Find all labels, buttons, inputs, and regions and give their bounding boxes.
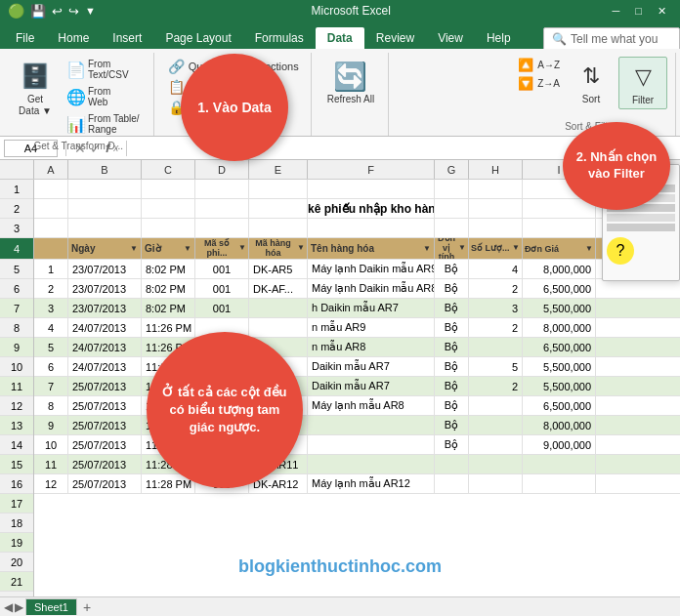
cell-ngay-10[interactable]: 24/07/2013: [68, 357, 142, 376]
cell-dongia-14[interactable]: 9,000,000: [523, 435, 596, 454]
cell-ngay-5[interactable]: 23/07/2013: [68, 260, 142, 278]
cell-dongia-16[interactable]: [523, 474, 596, 493]
row-num-1[interactable]: 1: [0, 180, 33, 199]
filter-arrow-tenhang[interactable]: ▼: [423, 244, 431, 253]
cell-F3[interactable]: [308, 219, 435, 237]
cell-tenhang-10[interactable]: Daikin mẫu AR7: [308, 357, 435, 376]
cell-soluong-14[interactable]: [469, 435, 523, 454]
cell-B2[interactable]: [68, 199, 142, 218]
cell-mahang-8[interactable]: [249, 318, 308, 337]
cell-D2[interactable]: [195, 199, 249, 218]
get-data-button[interactable]: 🗄️ GetData ▼: [12, 57, 59, 119]
row-num-14[interactable]: 14: [0, 435, 33, 455]
cell-donvi-12[interactable]: Bộ: [435, 396, 469, 415]
row-num-4[interactable]: 4: [0, 238, 33, 260]
cell-gio-7[interactable]: 8:02 PM: [142, 299, 195, 317]
cell-soluong-9[interactable]: [469, 338, 523, 356]
sheet-nav-right[interactable]: ▶: [15, 600, 23, 614]
sort-button[interactable]: ⇅ Sort: [568, 57, 615, 107]
cell-E1[interactable]: [249, 180, 308, 198]
cell-ngay-13[interactable]: 25/07/2013: [68, 416, 142, 434]
cell-ngay-11[interactable]: 25/07/2013: [68, 377, 142, 395]
cell-stt-7[interactable]: 3: [34, 299, 68, 317]
header-ten-hang-hoa[interactable]: Tên hàng hóa▼: [308, 238, 435, 259]
row-num-12[interactable]: 12: [0, 396, 33, 416]
cell-soluong-12[interactable]: [469, 396, 523, 415]
cell-dongia-12[interactable]: 6,500,000: [523, 396, 596, 415]
cell-tenhang-8[interactable]: n mẫu AR9: [308, 318, 435, 337]
cell-D1[interactable]: [195, 180, 249, 198]
cell-ngay-12[interactable]: 25/07/2013: [68, 396, 142, 415]
filter-arrow-soluong[interactable]: ▼: [512, 244, 520, 253]
cell-mahang-6[interactable]: DK-AF...: [249, 279, 308, 298]
cell-stt-10[interactable]: 6: [34, 357, 68, 376]
header-gio[interactable]: Giờ▼: [142, 238, 195, 259]
cell-donvi-8[interactable]: Bộ: [435, 318, 469, 337]
cell-soluong-6[interactable]: 2: [469, 279, 523, 298]
cell-dongia-13[interactable]: 8,000,000: [523, 416, 596, 434]
cell-soluong-13[interactable]: [469, 416, 523, 434]
cell-dongia-11[interactable]: 5,500,000: [523, 377, 596, 395]
cell-soluong-15[interactable]: [469, 455, 523, 473]
row-num-20[interactable]: 20: [0, 553, 33, 572]
row-num-5[interactable]: 5: [0, 260, 33, 279]
cell-donvi-7[interactable]: Bộ: [435, 299, 469, 317]
col-header-F[interactable]: F: [308, 160, 435, 179]
cell-soluong-11[interactable]: 2: [469, 377, 523, 395]
cell-tenhang-16[interactable]: Máy lạnh mẫu AR12: [308, 474, 435, 493]
row-num-3[interactable]: 3: [0, 219, 33, 238]
header-don-vi-tinh[interactable]: Đơn vị tính▼: [435, 238, 469, 259]
cell-A1[interactable]: [34, 180, 68, 198]
maximize-btn[interactable]: □: [629, 5, 648, 18]
filter-arrow-dongia[interactable]: ▼: [585, 244, 593, 253]
cell-donvi-15[interactable]: [435, 455, 469, 473]
tab-review[interactable]: Review: [364, 27, 426, 49]
cell-maphi-6[interactable]: 001: [195, 279, 249, 298]
row-num-9[interactable]: 9: [0, 338, 33, 357]
col-header-G[interactable]: G: [435, 160, 469, 179]
cell-E2[interactable]: [249, 199, 308, 218]
tab-view[interactable]: View: [426, 27, 475, 49]
cell-A2[interactable]: [34, 199, 68, 218]
cell-H2[interactable]: [469, 199, 523, 218]
cell-mahang-7[interactable]: [249, 299, 308, 317]
row-num-8[interactable]: 8: [0, 318, 33, 338]
header-stt[interactable]: [34, 238, 68, 259]
quick-redo[interactable]: ↪: [68, 4, 79, 19]
cell-tenhang-14[interactable]: [308, 435, 435, 454]
cell-soluong-10[interactable]: 5: [469, 357, 523, 376]
cell-B3[interactable]: [68, 219, 142, 237]
cell-ngay-7[interactable]: 23/07/2013: [68, 299, 142, 317]
row-num-18[interactable]: 18: [0, 513, 33, 533]
cell-G1[interactable]: [435, 180, 469, 198]
cell-ngay-14[interactable]: 25/07/2013: [68, 435, 142, 454]
cell-stt-15[interactable]: 11: [34, 455, 68, 473]
cell-ngay-9[interactable]: 24/07/2013: [68, 338, 142, 356]
cell-tenhang-6[interactable]: Máy lạnh Daikin mẫu AR8: [308, 279, 435, 298]
cell-donvi-9[interactable]: Bộ: [435, 338, 469, 356]
header-so-luong[interactable]: Số Lượ...▼: [469, 238, 523, 259]
cell-dongia-9[interactable]: 6,500,000: [523, 338, 596, 356]
cell-ngay-6[interactable]: 23/07/2013: [68, 279, 142, 298]
cell-dongia-7[interactable]: 5,500,000: [523, 299, 596, 317]
header-ma-so-phi[interactable]: Mã số phi...▼: [195, 238, 249, 259]
col-header-E[interactable]: E: [249, 160, 308, 179]
cell-donvi-5[interactable]: Bộ: [435, 260, 469, 278]
cell-stt-9[interactable]: 5: [34, 338, 68, 356]
filter-button[interactable]: ▽ Filter: [618, 57, 667, 109]
col-header-D[interactable]: D: [195, 160, 249, 179]
tell-filter-icon[interactable]: ?: [607, 237, 634, 265]
cell-tenhang-12[interactable]: Máy lạnh mẫu AR8: [308, 396, 435, 415]
close-btn[interactable]: ✕: [652, 5, 672, 18]
minimize-btn[interactable]: ─: [607, 5, 626, 18]
tab-formulas[interactable]: Formulas: [243, 27, 316, 49]
cell-donvi-6[interactable]: Bộ: [435, 279, 469, 298]
row-num-6[interactable]: 6: [0, 279, 33, 299]
row-num-13[interactable]: 13: [0, 416, 33, 435]
tab-file[interactable]: File: [4, 27, 46, 49]
cell-maphi-5[interactable]: 001: [195, 260, 249, 278]
cell-tenhang-7[interactable]: h Daikin mẫu AR7: [308, 299, 435, 317]
quick-custom[interactable]: ▼: [85, 5, 96, 17]
cell-dongia-10[interactable]: 5,500,000: [523, 357, 596, 376]
cell-stt-11[interactable]: 7: [34, 377, 68, 395]
